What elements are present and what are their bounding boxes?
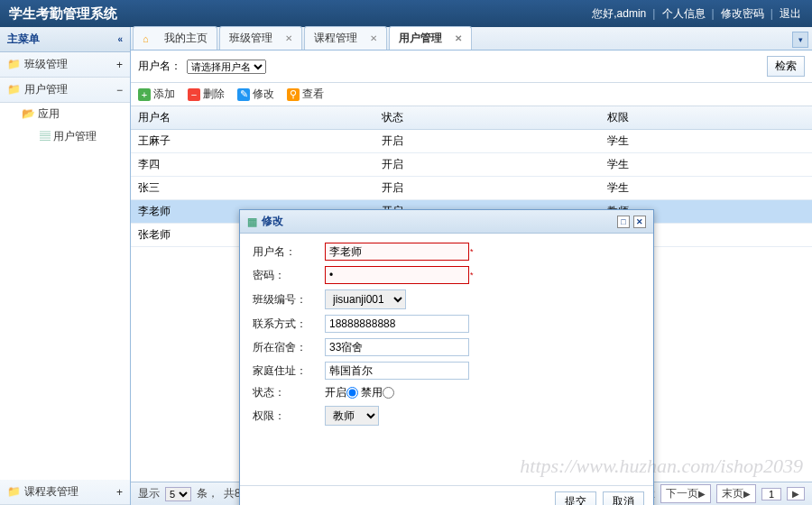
dialog-footer: 提交 取消 (240, 485, 653, 505)
classno-select[interactable]: jisuanji001 (325, 289, 406, 309)
filter-label: 用户名： (138, 59, 181, 74)
grid-icon: ▦ (247, 216, 257, 228)
greeting-text: 您好,admin (592, 7, 646, 20)
status-off-radio[interactable] (383, 387, 394, 399)
folder-icon: 📁 (7, 83, 21, 96)
sidebar-title: 主菜单 « (0, 27, 130, 52)
table-row[interactable]: 王麻子开启学生 (131, 130, 812, 153)
sidebar-sub-app[interactable]: 📂 应用 (0, 103, 130, 125)
tab-home[interactable]: ⌂我的主页 (133, 26, 217, 50)
sidebar-item-schedule[interactable]: 📁课程表管理 + (0, 480, 130, 505)
logout-link[interactable]: 退出 (780, 7, 801, 20)
search-button[interactable]: 检索 (767, 56, 805, 77)
maximize-icon[interactable]: □ (617, 216, 630, 228)
address-input[interactable] (325, 362, 469, 380)
header-user-links: 您好,admin | 个人信息 | 修改密码 | 退出 (590, 6, 803, 22)
delete-button[interactable]: −删除 (188, 87, 225, 102)
view-button[interactable]: ⚲查看 (287, 87, 324, 102)
filter-bar: 用户名： 请选择用户名 检索 (131, 50, 812, 83)
folder-icon: 📁 (7, 485, 21, 498)
contact-input[interactable] (325, 315, 469, 333)
dialog-titlebar[interactable]: ▦ 修改 □ ✕ (240, 210, 653, 234)
cancel-button[interactable]: 取消 (603, 491, 644, 505)
page-icon: ▤ (40, 130, 51, 142)
sidebar: 主菜单 « 📁班级管理 + 📁用户管理 − 📂 应用 ▤ 用户管理 📁课程表管理… (0, 27, 131, 505)
collapse-icon[interactable]: « (117, 34, 123, 44)
table-header: 用户名 状态 权限 (131, 106, 812, 130)
tab-course[interactable]: 课程管理✕ (304, 26, 387, 50)
submit-button[interactable]: 提交 (555, 491, 596, 505)
next-page-button[interactable]: 下一页▶ (660, 484, 711, 503)
app-title: 学生考勤管理系统 (9, 5, 117, 23)
app-header: 学生考勤管理系统 您好,admin | 个人信息 | 修改密码 | 退出 (0, 0, 812, 27)
role-select[interactable]: 教师 (325, 406, 379, 426)
add-button[interactable]: +添加 (138, 87, 175, 102)
close-icon[interactable]: ✕ (455, 33, 462, 43)
dialog-body: 用户名：* 密码：* 班级编号：jisuanji001 联系方式： 所在宿舍： … (240, 234, 653, 485)
folder-open-icon: 📂 (22, 107, 35, 120)
goto-button[interactable]: ▶ (787, 487, 805, 500)
sidebar-item-user[interactable]: 📁用户管理 − (0, 78, 130, 103)
table-row[interactable]: 李四开启学生 (131, 153, 812, 177)
status-on-radio[interactable] (346, 387, 358, 399)
add-icon: + (138, 88, 151, 101)
edit-icon: ✎ (237, 88, 250, 101)
changepw-link[interactable]: 修改密码 (721, 7, 764, 20)
tab-class[interactable]: 班级管理✕ (219, 26, 302, 50)
delete-icon: − (188, 88, 200, 101)
expand-icon[interactable]: + (116, 486, 123, 499)
dorm-input[interactable] (325, 338, 469, 356)
profile-link[interactable]: 个人信息 (662, 7, 706, 20)
pagesize-select[interactable]: 5 (165, 487, 191, 501)
username-select[interactable]: 请选择用户名 (187, 60, 266, 74)
th-user: 用户名 (131, 106, 374, 129)
table-row[interactable]: 张三开启学生 (131, 177, 812, 200)
toolbar: +添加 −删除 ✎修改 ⚲查看 (131, 83, 812, 106)
goto-page-input[interactable] (761, 488, 781, 500)
password-input[interactable] (325, 266, 469, 284)
edit-button[interactable]: ✎修改 (237, 87, 274, 102)
th-role: 权限 (600, 106, 812, 129)
collapse-icon[interactable]: − (116, 84, 123, 96)
view-icon: ⚲ (287, 88, 300, 101)
close-icon[interactable]: ✕ (285, 33, 292, 43)
close-icon[interactable]: ✕ (370, 33, 377, 43)
folder-icon: 📁 (7, 58, 21, 70)
home-icon: ⌂ (143, 33, 149, 44)
close-icon[interactable]: ✕ (633, 216, 646, 228)
th-status: 状态 (374, 106, 600, 129)
tab-menu-icon[interactable]: ▾ (792, 32, 808, 48)
username-input[interactable] (325, 243, 469, 261)
edit-dialog: ▦ 修改 □ ✕ 用户名：* 密码：* 班级编号：jisuanji001 联系方… (239, 209, 654, 505)
expand-icon[interactable]: + (116, 59, 123, 71)
last-page-button[interactable]: 末页▶ (716, 484, 756, 503)
tab-bar: ⌂我的主页 班级管理✕ 课程管理✕ 用户管理✕ ▾ (131, 27, 812, 50)
sidebar-sub-user[interactable]: ▤ 用户管理 (0, 125, 130, 148)
tab-user[interactable]: 用户管理✕ (389, 26, 472, 50)
sidebar-item-class[interactable]: 📁班级管理 + (0, 52, 130, 78)
